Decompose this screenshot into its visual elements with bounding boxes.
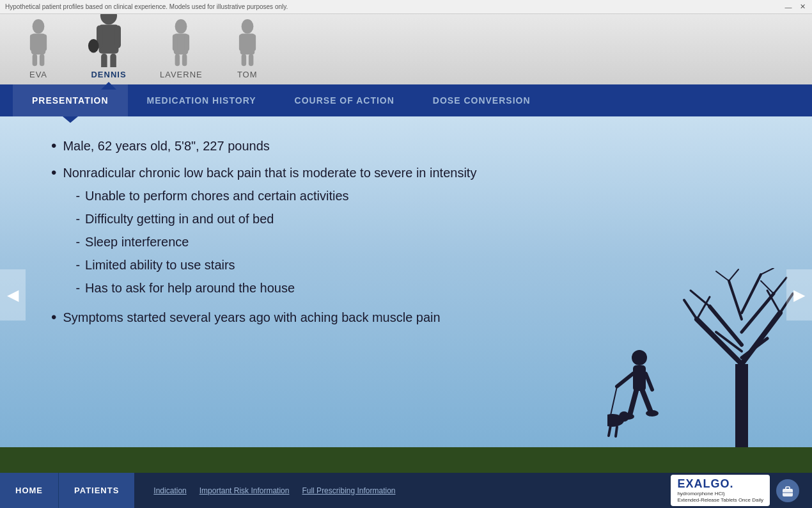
nav-item-medication-history[interactable]: MEDICATION HISTORY xyxy=(128,84,276,116)
nav-item-course-of-action[interactable]: COURSE OF ACTION xyxy=(276,84,414,116)
svg-rect-26 xyxy=(633,365,646,391)
bullet-item-3: • Symptoms started several years ago wit… xyxy=(51,307,761,328)
bullet-text-2: Nonradicular chronic low back pain that … xyxy=(63,166,476,180)
logo-main-text: EXALGO. xyxy=(677,477,763,491)
risk-info-link[interactable]: Important Risk Information xyxy=(199,486,290,495)
svg-rect-15 xyxy=(173,34,178,51)
logo-icon xyxy=(776,479,799,502)
patient-item-laverne[interactable]: LAVERNE xyxy=(160,19,203,84)
footer-logo: EXALGO. hydromorphone HCl) Extended-Rele… xyxy=(671,475,799,505)
nav-item-dose-conversion[interactable]: DOSE CONVERSION xyxy=(414,84,550,116)
svg-rect-16 xyxy=(185,34,190,51)
sub-item-2-1: - Unable to perform chores and certain a… xyxy=(75,186,476,206)
svg-line-30 xyxy=(643,391,651,412)
sub-text-2-5: Has to ask for help around the house xyxy=(85,278,295,298)
patient-item-dennis[interactable]: DENNIS xyxy=(83,6,134,84)
svg-point-25 xyxy=(632,350,647,365)
minimize-button[interactable]: — xyxy=(784,3,793,12)
disclaimer-text: Hypothetical patient profiles based on c… xyxy=(5,3,288,10)
svg-rect-24 xyxy=(249,54,254,66)
patient-name-tom: TOM xyxy=(237,70,258,79)
nav-bar: PRESENTATION MEDICATION HISTORY COURSE O… xyxy=(0,84,812,116)
footer-links: Indication Important Risk Information Fu… xyxy=(153,486,671,495)
sub-text-2-2: Difficulty getting in and out of bed xyxy=(85,209,274,229)
window-controls: — ✕ xyxy=(784,3,807,12)
avatar-dennis xyxy=(83,6,134,67)
svg-line-55 xyxy=(761,268,774,274)
svg-line-29 xyxy=(630,391,636,415)
avatar-tom xyxy=(228,19,267,67)
top-bar: Hypothetical patient profiles based on c… xyxy=(0,0,812,14)
sub-item-2-5: - Has to ask for help around the house xyxy=(75,278,476,298)
main-content: ◀ ▶ • Male, 62 years old, 5'8", 227 poun… xyxy=(0,116,812,473)
left-arrow-icon: ◀ xyxy=(7,286,19,304)
svg-rect-59 xyxy=(786,487,790,489)
close-button[interactable]: ✕ xyxy=(798,3,807,12)
sub-item-2-4: - Limited ability to use stairs xyxy=(75,255,476,275)
svg-line-36 xyxy=(609,425,611,436)
patient-header: EVA DENNIS LAVERNE xyxy=(0,14,812,84)
sub-items-2: - Unable to perform chores and certain a… xyxy=(75,186,476,298)
sub-text-2-1: Unable to perform chores and certain act… xyxy=(85,186,348,206)
bullet-dot-3: • xyxy=(51,307,56,327)
avatar-eva xyxy=(19,19,58,67)
bullet-text-3: Symptoms started several years ago with … xyxy=(63,310,440,324)
svg-rect-23 xyxy=(241,54,246,66)
patient-name-eva: EVA xyxy=(29,70,47,79)
sub-text-2-3: Sleep interference xyxy=(85,232,189,252)
svg-line-27 xyxy=(617,374,633,386)
sub-item-2-3: - Sleep interference xyxy=(75,232,476,252)
svg-point-10 xyxy=(88,39,99,52)
svg-point-32 xyxy=(646,410,659,417)
sub-item-2-2: - Difficulty getting in and out of bed xyxy=(75,209,476,229)
svg-line-44 xyxy=(729,281,742,319)
footer-nav: HOME PATIENTS xyxy=(0,473,134,508)
svg-line-56 xyxy=(742,338,767,358)
home-button[interactable]: HOME xyxy=(0,473,59,508)
svg-rect-3 xyxy=(42,34,47,51)
bullet-dot-2: • xyxy=(51,163,56,182)
svg-line-40 xyxy=(697,319,742,364)
svg-line-45 xyxy=(742,274,761,313)
indication-link[interactable]: Indication xyxy=(153,486,186,495)
svg-line-50 xyxy=(691,290,710,306)
svg-rect-2 xyxy=(30,34,35,51)
ground xyxy=(0,447,812,473)
svg-rect-21 xyxy=(239,34,244,51)
svg-point-0 xyxy=(33,19,45,34)
sub-text-2-4: Limited ability to use stairs xyxy=(85,255,235,275)
svg-point-13 xyxy=(175,19,187,34)
svg-rect-18 xyxy=(182,54,187,66)
bullet-item-1: • Male, 62 years old, 5'8", 227 pounds xyxy=(51,136,761,156)
patient-name-dennis: DENNIS xyxy=(91,70,126,79)
briefcase-icon xyxy=(781,484,794,497)
patients-button[interactable]: PATIENTS xyxy=(59,473,134,508)
left-arrow-button[interactable]: ◀ xyxy=(0,269,26,321)
svg-rect-12 xyxy=(110,54,116,67)
svg-rect-4 xyxy=(33,54,38,66)
content-text: • Male, 62 years old, 5'8", 227 pounds •… xyxy=(51,136,761,334)
svg-line-53 xyxy=(716,271,729,281)
svg-line-51 xyxy=(774,278,786,294)
active-indicator-dennis xyxy=(101,82,116,90)
right-arrow-button[interactable]: ▶ xyxy=(786,269,812,321)
svg-point-19 xyxy=(241,19,253,34)
prescribing-info-link[interactable]: Full Prescribing Information xyxy=(302,486,395,495)
bullet-item-2: • Nonradicular chronic low back pain tha… xyxy=(51,163,761,301)
svg-rect-39 xyxy=(735,364,748,447)
bullet-dot-1: • xyxy=(51,136,56,155)
person-dog-silhouette xyxy=(607,345,684,447)
svg-rect-9 xyxy=(115,26,121,49)
svg-rect-17 xyxy=(175,54,180,66)
logo-sub-text: hydromorphone HCl) Extended-Release Tabl… xyxy=(677,491,763,503)
footer: HOME PATIENTS Indication Important Risk … xyxy=(0,473,812,508)
patient-name-laverne: LAVERNE xyxy=(160,70,203,79)
patient-item-tom[interactable]: TOM xyxy=(228,19,267,84)
svg-line-33 xyxy=(611,386,617,415)
logo-box: EXALGO. hydromorphone HCl) Extended-Rele… xyxy=(671,475,770,505)
svg-rect-22 xyxy=(251,34,256,51)
patient-item-eva[interactable]: EVA xyxy=(19,19,58,84)
svg-line-41 xyxy=(742,313,780,364)
bullet-text-1: Male, 62 years old, 5'8", 227 pounds xyxy=(63,139,269,153)
svg-line-54 xyxy=(729,269,738,281)
